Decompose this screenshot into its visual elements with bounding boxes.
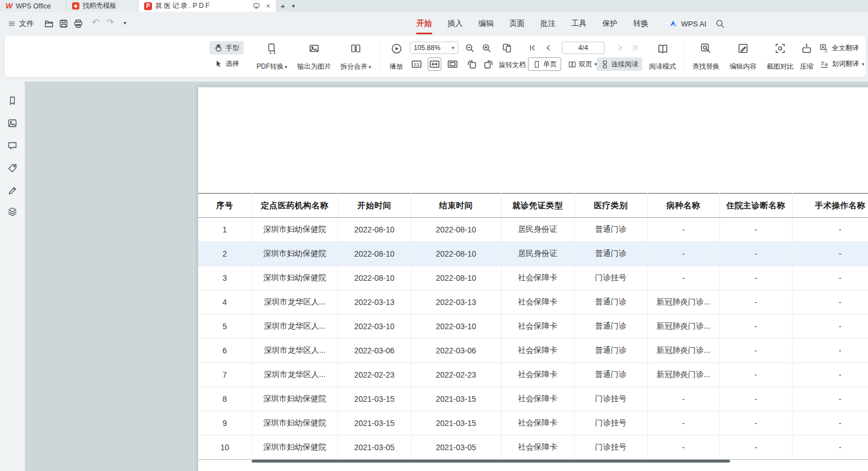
continuous-reading-button[interactable]: 连续阅读 xyxy=(597,57,642,71)
menu-item-5[interactable]: 工具 xyxy=(563,12,594,35)
fit-width-button[interactable] xyxy=(428,57,441,71)
thumbnail-icon[interactable] xyxy=(7,118,17,128)
table-body: 1深圳市妇幼保健院2022-08-102022-08-10居民身份证普通门诊--… xyxy=(198,218,868,460)
column-header: 病种名称 xyxy=(647,194,719,218)
book-icon xyxy=(657,43,669,55)
word-translate-button[interactable]: 文A 划词翻译 ▾ xyxy=(820,59,865,69)
menu-item-7[interactable]: 转换 xyxy=(625,12,656,35)
table-cell: 6 xyxy=(198,339,252,363)
full-translate-button[interactable]: A文 全文翻译 xyxy=(820,43,859,53)
split-merge-button[interactable]: 拆分合并▾ xyxy=(335,41,376,73)
pointer-tool-group: 手型 选择 xyxy=(209,41,244,70)
tab-wps-office[interactable]: W WPS Office xyxy=(0,0,66,12)
wps-ai-button[interactable]: WPS AI xyxy=(669,12,706,35)
table-cell: 2022-03-10 xyxy=(411,315,501,339)
double-page-button[interactable]: 双页 ▾ xyxy=(564,57,601,71)
first-page-button[interactable] xyxy=(527,41,538,55)
menu-item-2[interactable]: 编辑 xyxy=(471,12,502,35)
table-cell: - xyxy=(792,387,868,411)
actual-size-button[interactable]: 1:1 xyxy=(410,57,423,71)
export-as-image-button[interactable]: 输出为图片 xyxy=(293,41,335,73)
docer-icon: ◆ xyxy=(72,2,79,10)
read-mode-button[interactable]: 阅读模式 xyxy=(645,41,680,73)
comment-icon[interactable] xyxy=(7,141,17,151)
tab-label: 找稻壳模板 xyxy=(83,1,117,11)
rotate-document-label[interactable]: 旋转文档 xyxy=(499,60,526,70)
search-icon[interactable] xyxy=(715,19,725,29)
rotate-left-button[interactable] xyxy=(465,57,478,71)
zoom-level-select[interactable]: 105.88% ▾ xyxy=(410,42,458,54)
menu-item-3[interactable]: 页面 xyxy=(502,12,533,35)
single-page-button[interactable]: 单页 xyxy=(528,57,561,71)
tab-docer-templates[interactable]: ◆ 找稻壳模板 xyxy=(66,0,138,12)
monitor-icon[interactable] xyxy=(253,2,260,10)
pen-icon[interactable] xyxy=(7,186,17,196)
table-cell: - xyxy=(647,436,719,460)
hand-tool-button[interactable]: 手型 xyxy=(209,41,244,55)
horizontal-scrollbar-thumb[interactable] xyxy=(252,460,730,463)
undo-icon[interactable]: ↶ xyxy=(90,17,101,28)
table-cell: 2 xyxy=(198,242,252,266)
menu-item-6[interactable]: 保护 xyxy=(594,12,625,35)
menu-item-4[interactable]: 批注 xyxy=(533,12,563,35)
table-cell: 9 xyxy=(198,411,252,436)
zoom-in-button[interactable] xyxy=(480,41,493,55)
print-icon[interactable] xyxy=(73,19,83,29)
table-cell: - xyxy=(792,242,868,266)
table-cell: - xyxy=(719,436,792,460)
table-cell: 2022-03-06 xyxy=(411,339,501,363)
pdf-convert-button[interactable]: PDF转换▾ xyxy=(252,41,292,73)
last-page-button[interactable] xyxy=(629,41,641,55)
table-cell: 深圳市妇幼保健院 xyxy=(252,266,338,290)
rotate-right-button[interactable] xyxy=(482,57,495,71)
redo-icon[interactable]: ↷ xyxy=(105,17,116,28)
file-menu-button[interactable]: 文件 xyxy=(5,17,37,30)
select-tool-button[interactable]: 选择 xyxy=(209,57,244,70)
table-cell: 社会保障卡 xyxy=(501,339,574,363)
undo-history-chevron-icon[interactable]: ▾ xyxy=(119,20,131,26)
close-tab-icon[interactable]: × xyxy=(266,2,270,10)
table-cell: - xyxy=(792,411,868,436)
table-row: 10深圳市妇幼保健院2021-03-052021-03-05社会保障卡门诊挂号-… xyxy=(198,436,868,460)
table-cell: 社会保障卡 xyxy=(501,315,574,339)
zoom-out-button[interactable] xyxy=(463,41,476,55)
screenshot-compare-button[interactable]: 截图对比 xyxy=(762,41,798,73)
page-flip-view-button[interactable] xyxy=(500,41,513,55)
table-cell: - xyxy=(719,411,792,436)
table-cell: 2022-08-10 xyxy=(411,242,501,266)
document-viewport[interactable]: 序号定点医药机构名称开始时间结束时间就诊凭证类型医疗类别病种名称住院主诊断名称手… xyxy=(25,82,868,471)
table-cell: 深圳市龙华区人... xyxy=(252,315,338,339)
single-page-icon xyxy=(533,60,541,69)
previous-page-icon xyxy=(544,43,553,52)
medical-records-table: 序号定点医药机构名称开始时间结束时间就诊凭证类型医疗类别病种名称住院主诊断名称手… xyxy=(198,193,868,460)
play-button[interactable]: 播放 xyxy=(384,41,409,73)
compress-button[interactable]: 压缩 xyxy=(795,41,818,73)
save-icon[interactable] xyxy=(59,19,69,29)
next-page-button[interactable] xyxy=(615,41,626,55)
tab-document-pdf[interactable]: P 就医记录.PDF × xyxy=(138,0,276,12)
tag-icon[interactable] xyxy=(7,163,17,173)
page-number-input[interactable]: 4/4 xyxy=(562,42,605,54)
table-cell: 2021-03-15 xyxy=(411,387,501,411)
open-folder-icon[interactable] xyxy=(44,19,54,29)
tab-label: WPS Office xyxy=(16,2,51,10)
table-cell: 4 xyxy=(198,290,252,315)
menu-item-1[interactable]: 插入 xyxy=(440,12,471,35)
tab-list-chevron-icon[interactable]: ▾ xyxy=(290,0,297,12)
previous-page-button[interactable] xyxy=(543,41,554,55)
cursor-icon xyxy=(214,59,223,68)
table-cell: 2022-08-10 xyxy=(338,266,411,290)
new-tab-button[interactable]: + xyxy=(276,0,290,12)
bookmark-icon[interactable] xyxy=(7,96,17,106)
fit-page-button[interactable] xyxy=(446,57,459,71)
find-replace-button[interactable]: 查找替换 xyxy=(688,41,724,73)
menu-item-0[interactable]: 开始 xyxy=(409,12,440,35)
edit-content-button[interactable]: 编辑内容 xyxy=(725,41,761,73)
layers-icon[interactable] xyxy=(7,207,17,217)
screenshot-compare-icon xyxy=(775,43,786,54)
table-cell: - xyxy=(647,387,719,411)
table-cell: 居民身份证 xyxy=(501,242,574,266)
table-row: 1深圳市妇幼保健院2022-08-102022-08-10居民身份证普通门诊--… xyxy=(198,218,868,242)
column-header: 开始时间 xyxy=(338,194,411,218)
pdf-file-icon: P xyxy=(144,2,152,10)
